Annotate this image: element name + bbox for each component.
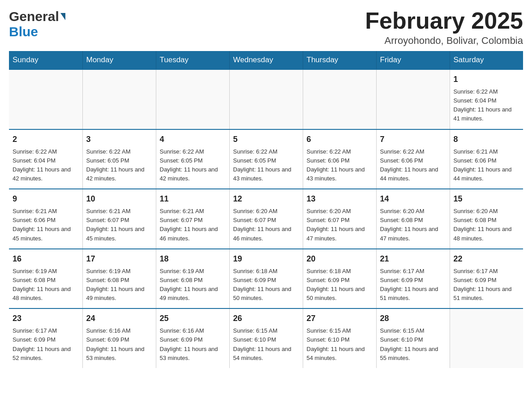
calendar-day: 2Sunrise: 6:22 AM Sunset: 6:04 PM Daylig…	[9, 129, 82, 189]
day-info: Sunrise: 6:17 AM Sunset: 6:09 PM Dayligh…	[454, 267, 520, 303]
calendar-day: 17Sunrise: 6:19 AM Sunset: 6:08 PM Dayli…	[82, 249, 156, 309]
calendar-day	[82, 69, 156, 129]
logo: General Blue	[9, 9, 65, 39]
day-info: Sunrise: 6:21 AM Sunset: 6:06 PM Dayligh…	[454, 147, 520, 184]
day-number: 5	[233, 133, 299, 146]
calendar-week-5: 23Sunrise: 6:17 AM Sunset: 6:09 PM Dayli…	[9, 308, 523, 368]
calendar-day: 15Sunrise: 6:20 AM Sunset: 6:08 PM Dayli…	[450, 189, 523, 249]
calendar-day: 7Sunrise: 6:22 AM Sunset: 6:06 PM Daylig…	[376, 129, 450, 189]
calendar-day: 1Sunrise: 6:22 AM Sunset: 6:04 PM Daylig…	[450, 69, 523, 129]
day-info: Sunrise: 6:19 AM Sunset: 6:08 PM Dayligh…	[13, 267, 79, 303]
weekday-header-wednesday: Wednesday	[229, 51, 303, 69]
day-number: 20	[307, 253, 373, 265]
day-number: 13	[307, 193, 373, 205]
day-info: Sunrise: 6:22 AM Sunset: 6:06 PM Dayligh…	[380, 147, 446, 184]
calendar-day	[229, 69, 303, 129]
day-number: 17	[86, 253, 152, 265]
day-number: 16	[13, 253, 79, 265]
weekday-header-monday: Monday	[82, 51, 156, 69]
day-info: Sunrise: 6:17 AM Sunset: 6:09 PM Dayligh…	[380, 267, 446, 303]
weekday-header-tuesday: Tuesday	[156, 51, 229, 69]
day-info: Sunrise: 6:22 AM Sunset: 6:04 PM Dayligh…	[13, 147, 79, 184]
calendar-day: 27Sunrise: 6:15 AM Sunset: 6:10 PM Dayli…	[303, 308, 376, 368]
calendar-day: 4Sunrise: 6:22 AM Sunset: 6:05 PM Daylig…	[156, 129, 229, 189]
day-info: Sunrise: 6:19 AM Sunset: 6:08 PM Dayligh…	[86, 267, 152, 303]
day-number: 19	[233, 253, 299, 265]
day-number: 18	[160, 253, 226, 265]
calendar-day	[9, 69, 82, 129]
calendar-day: 6Sunrise: 6:22 AM Sunset: 6:06 PM Daylig…	[303, 129, 376, 189]
calendar-day: 25Sunrise: 6:16 AM Sunset: 6:09 PM Dayli…	[156, 308, 229, 368]
day-info: Sunrise: 6:15 AM Sunset: 6:10 PM Dayligh…	[380, 326, 446, 363]
calendar-day: 24Sunrise: 6:16 AM Sunset: 6:09 PM Dayli…	[82, 308, 156, 368]
calendar-day: 8Sunrise: 6:21 AM Sunset: 6:06 PM Daylig…	[450, 129, 523, 189]
day-info: Sunrise: 6:22 AM Sunset: 6:06 PM Dayligh…	[307, 147, 373, 184]
day-info: Sunrise: 6:22 AM Sunset: 6:04 PM Dayligh…	[454, 87, 520, 124]
day-info: Sunrise: 6:20 AM Sunset: 6:08 PM Dayligh…	[380, 207, 446, 243]
calendar-day: 11Sunrise: 6:21 AM Sunset: 6:07 PM Dayli…	[156, 189, 229, 249]
calendar-day	[450, 308, 523, 368]
day-info: Sunrise: 6:18 AM Sunset: 6:09 PM Dayligh…	[307, 267, 373, 303]
day-info: Sunrise: 6:17 AM Sunset: 6:09 PM Dayligh…	[13, 326, 79, 363]
calendar-week-2: 2Sunrise: 6:22 AM Sunset: 6:04 PM Daylig…	[9, 129, 523, 189]
day-number: 6	[307, 133, 373, 146]
day-number: 15	[454, 193, 520, 205]
day-number: 14	[380, 193, 446, 205]
calendar-day: 19Sunrise: 6:18 AM Sunset: 6:09 PM Dayli…	[229, 249, 303, 309]
logo-blue-text: Blue	[9, 24, 38, 39]
day-number: 11	[160, 193, 226, 205]
day-info: Sunrise: 6:22 AM Sunset: 6:05 PM Dayligh…	[86, 147, 152, 184]
day-info: Sunrise: 6:21 AM Sunset: 6:07 PM Dayligh…	[160, 207, 226, 243]
day-number: 24	[86, 313, 152, 325]
day-number: 22	[454, 253, 520, 265]
calendar-day	[156, 69, 229, 129]
day-number: 4	[160, 133, 226, 146]
weekday-header-row: SundayMondayTuesdayWednesdayThursdayFrid…	[9, 51, 523, 69]
day-number: 23	[13, 313, 79, 325]
calendar-day: 23Sunrise: 6:17 AM Sunset: 6:09 PM Dayli…	[9, 308, 82, 368]
day-info: Sunrise: 6:20 AM Sunset: 6:07 PM Dayligh…	[307, 207, 373, 243]
calendar-day: 5Sunrise: 6:22 AM Sunset: 6:05 PM Daylig…	[229, 129, 303, 189]
day-info: Sunrise: 6:15 AM Sunset: 6:10 PM Dayligh…	[233, 326, 299, 363]
day-info: Sunrise: 6:18 AM Sunset: 6:09 PM Dayligh…	[233, 267, 299, 303]
day-number: 9	[13, 193, 79, 205]
calendar-week-4: 16Sunrise: 6:19 AM Sunset: 6:08 PM Dayli…	[9, 249, 523, 309]
day-info: Sunrise: 6:19 AM Sunset: 6:08 PM Dayligh…	[160, 267, 226, 303]
calendar-day: 26Sunrise: 6:15 AM Sunset: 6:10 PM Dayli…	[229, 308, 303, 368]
day-number: 1	[454, 73, 520, 86]
calendar-week-1: 1Sunrise: 6:22 AM Sunset: 6:04 PM Daylig…	[9, 69, 523, 129]
calendar-day: 20Sunrise: 6:18 AM Sunset: 6:09 PM Dayli…	[303, 249, 376, 309]
day-number: 2	[13, 133, 79, 146]
day-info: Sunrise: 6:20 AM Sunset: 6:07 PM Dayligh…	[233, 207, 299, 243]
day-number: 7	[380, 133, 446, 146]
day-number: 28	[380, 313, 446, 325]
month-title: February 2025	[365, 9, 523, 32]
day-info: Sunrise: 6:22 AM Sunset: 6:05 PM Dayligh…	[160, 147, 226, 184]
calendar-day: 12Sunrise: 6:20 AM Sunset: 6:07 PM Dayli…	[229, 189, 303, 249]
location-title: Arroyohondo, Bolivar, Colombia	[365, 35, 523, 47]
day-info: Sunrise: 6:21 AM Sunset: 6:07 PM Dayligh…	[86, 207, 152, 243]
title-block: February 2025 Arroyohondo, Bolivar, Colo…	[365, 9, 523, 47]
weekday-header-sunday: Sunday	[9, 51, 82, 69]
page-header: General Blue February 2025 Arroyohondo, …	[9, 9, 523, 47]
weekday-header-thursday: Thursday	[303, 51, 376, 69]
weekday-header-saturday: Saturday	[450, 51, 523, 69]
day-number: 10	[86, 193, 152, 205]
calendar-day: 14Sunrise: 6:20 AM Sunset: 6:08 PM Dayli…	[376, 189, 450, 249]
day-info: Sunrise: 6:15 AM Sunset: 6:10 PM Dayligh…	[307, 326, 373, 363]
day-number: 25	[160, 313, 226, 325]
calendar-day	[303, 69, 376, 129]
calendar-day	[376, 69, 450, 129]
weekday-header-friday: Friday	[376, 51, 450, 69]
calendar-day: 10Sunrise: 6:21 AM Sunset: 6:07 PM Dayli…	[82, 189, 156, 249]
calendar-day: 3Sunrise: 6:22 AM Sunset: 6:05 PM Daylig…	[82, 129, 156, 189]
day-number: 27	[307, 313, 373, 325]
logo-triangle-icon	[60, 13, 65, 20]
day-info: Sunrise: 6:16 AM Sunset: 6:09 PM Dayligh…	[86, 326, 152, 363]
day-info: Sunrise: 6:21 AM Sunset: 6:06 PM Dayligh…	[13, 207, 79, 243]
day-number: 12	[233, 193, 299, 205]
calendar-day: 16Sunrise: 6:19 AM Sunset: 6:08 PM Dayli…	[9, 249, 82, 309]
logo-general-text: General	[9, 9, 59, 24]
calendar-day: 13Sunrise: 6:20 AM Sunset: 6:07 PM Dayli…	[303, 189, 376, 249]
day-number: 8	[454, 133, 520, 146]
